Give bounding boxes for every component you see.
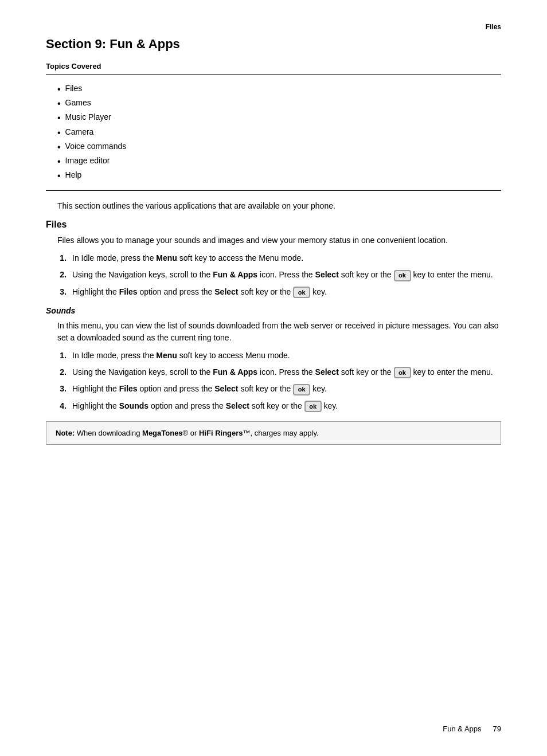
note-box: Note: When downloading MegaTones® or HiF… [46,421,501,445]
header-files-label: Files [486,23,501,31]
top-header: Files [46,23,501,31]
topics-covered-label: Topics Covered [46,62,501,70]
page-container: Files Section 9: Fun & Apps Topics Cover… [0,0,547,756]
files-title: Files [46,220,501,230]
divider-bottom [46,190,501,191]
note-label: Note: [56,429,75,437]
footer-section: Fun & Apps [443,724,481,733]
list-item: Games [57,98,501,109]
ok-button: ok [293,287,310,298]
ok-button: ok [394,367,411,378]
list-item: Help [57,170,501,181]
topics-list: Files Games Music Player Camera Voice co… [57,84,501,181]
sounds-title: Sounds [46,306,501,315]
files-steps: 1 In Idle mode, press the Menu soft key … [57,252,501,298]
list-item: Image editor [57,156,501,167]
sounds-step-3: 3 Highlight the Files option and press t… [57,383,501,395]
sounds-body: In this menu, you can view the list of s… [57,320,501,344]
list-item: Files [57,84,501,95]
files-step-2: 2 Using the Navigation keys, scroll to t… [57,269,501,281]
section-title: Section 9: Fun & Apps [46,37,501,52]
footer: Fun & Apps 79 [0,724,547,733]
list-item: Camera [57,127,501,138]
sounds-steps: 1 In Idle mode, press the Menu soft key … [57,350,501,412]
ok-button: ok [304,401,322,412]
sounds-step-4: 4 Highlight the Sounds option and press … [57,400,501,412]
files-step-3: 3 Highlight the Files option and press t… [57,286,501,298]
sounds-step-1: 1 In Idle mode, press the Menu soft key … [57,350,501,362]
list-item: Music Player [57,112,501,123]
divider-top [46,74,501,75]
files-step-1: 1 In Idle mode, press the Menu soft key … [57,252,501,264]
ok-button: ok [394,270,411,281]
files-body: Files allows you to manage your sounds a… [57,234,501,246]
sounds-step-2: 2 Using the Navigation keys, scroll to t… [57,366,501,378]
footer-page: 79 [493,724,501,733]
intro-text: This section outlines the various applic… [57,201,501,210]
ok-button: ok [293,384,310,395]
list-item: Voice commands [57,142,501,152]
note-text: When downloading MegaTones® or HiFi Ring… [77,429,319,437]
